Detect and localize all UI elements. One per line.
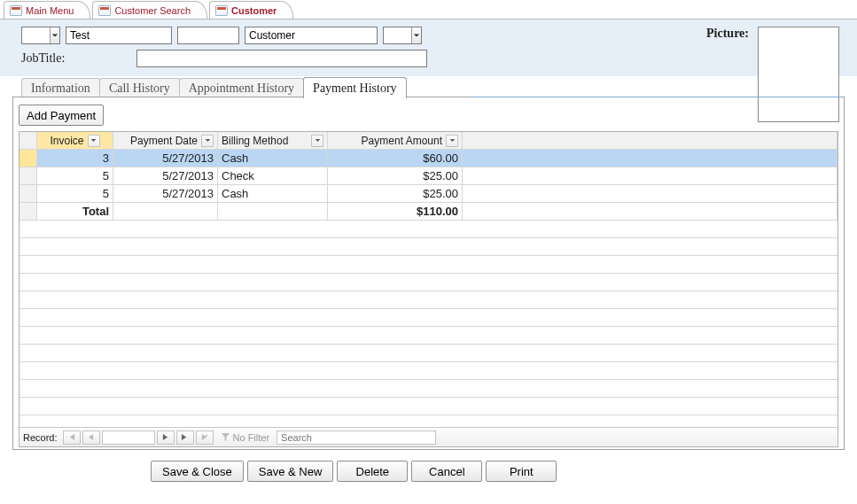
nav-new-button[interactable]	[196, 430, 214, 445]
total-amount-cell: $110.00	[328, 203, 463, 220]
file-tab-customer-search[interactable]: Customer Search	[92, 1, 207, 19]
first-name-input[interactable]	[66, 27, 172, 44]
cell-blank	[463, 150, 838, 167]
cell-payment-date[interactable]: 5/27/2013	[113, 167, 218, 184]
nav-last-button[interactable]	[176, 430, 194, 445]
jobtitle-label: JobTitle:	[21, 51, 131, 66]
cell-payment-date[interactable]: 5/27/2013	[113, 150, 218, 167]
suffix-input[interactable]	[384, 27, 411, 43]
tab-information[interactable]: Information	[21, 78, 100, 97]
table-row[interactable]: 55/27/2013Cash$25.00	[19, 185, 838, 203]
nav-prev-button[interactable]	[82, 430, 100, 445]
tab-appointment-history[interactable]: Appointment History	[179, 78, 304, 97]
file-tab-label: Customer Search	[114, 5, 191, 16]
column-label: Payment Amount	[362, 135, 442, 147]
payment-history-panel: Add Payment Invoice Payment Date Billing…	[12, 97, 845, 450]
file-tab-main-menu[interactable]: Main Menu	[4, 1, 90, 19]
chevron-down-icon[interactable]	[50, 27, 59, 43]
column-label: Payment Date	[130, 135, 198, 147]
chevron-down-icon[interactable]	[88, 135, 100, 147]
total-rest-cell	[463, 203, 838, 220]
picture-area: Picture:	[706, 27, 839, 122]
cell-billing-method[interactable]: Cash	[218, 185, 328, 202]
title-input[interactable]	[22, 27, 50, 43]
total-label-cell: Total	[37, 203, 113, 220]
middle-name-input[interactable]	[177, 27, 239, 44]
cell-payment-amount[interactable]: $25.00	[328, 185, 463, 202]
bottom-action-bar: Save & Close Save & New Delete Cancel Pr…	[0, 455, 857, 482]
tab-label: Information	[31, 81, 90, 96]
cell-billing-method[interactable]: Check	[218, 167, 328, 184]
tab-label: Appointment History	[189, 81, 294, 96]
picture-label: Picture:	[706, 27, 749, 41]
row-marker[interactable]	[19, 150, 37, 167]
column-header-billing-method[interactable]: Billing Method	[218, 132, 328, 149]
grid-body: 35/27/2013Cash$60.0055/27/2013Check$25.0…	[19, 150, 838, 203]
delete-button[interactable]: Delete	[337, 461, 408, 482]
picture-box[interactable]	[758, 27, 839, 122]
table-row[interactable]: 35/27/2013Cash$60.00	[19, 150, 838, 167]
file-tab-strip: Main Menu Customer Search Customer	[0, 0, 857, 19]
filter-status: No Filter	[221, 432, 270, 443]
column-label: Invoice	[50, 135, 83, 147]
record-label: Record:	[23, 432, 58, 443]
file-tab-label: Customer	[231, 5, 277, 16]
cell-invoice[interactable]: 3	[37, 150, 113, 167]
file-tab-label: Main Menu	[26, 5, 74, 16]
column-header-payment-amount[interactable]: Payment Amount	[328, 132, 463, 149]
form-icon	[215, 5, 228, 16]
title-combo[interactable]	[21, 27, 60, 44]
grid-header: Invoice Payment Date Billing Method Paym…	[19, 132, 838, 150]
column-header-invoice[interactable]: Invoice	[37, 132, 113, 149]
total-method-cell	[218, 203, 328, 220]
record-navigator: Record: No Filter	[19, 427, 838, 446]
row-marker[interactable]	[19, 167, 37, 184]
cell-blank	[463, 167, 838, 184]
grid-empty-area	[19, 221, 838, 427]
column-label: Billing Method	[222, 135, 288, 147]
column-header-payment-date[interactable]: Payment Date	[113, 132, 218, 149]
record-number-input[interactable]	[102, 430, 155, 445]
column-header-blank	[463, 132, 838, 149]
total-date-cell	[113, 203, 218, 220]
cancel-button[interactable]: Cancel	[411, 461, 482, 482]
search-input[interactable]	[277, 430, 436, 445]
select-all-corner[interactable]	[19, 132, 37, 149]
filter-label: No Filter	[233, 432, 270, 443]
table-row[interactable]: 55/27/2013Check$25.00	[19, 167, 838, 185]
last-name-input[interactable]	[245, 27, 378, 44]
print-button[interactable]: Print	[486, 461, 557, 482]
save-close-button[interactable]: Save & Close	[151, 461, 244, 482]
save-new-button[interactable]: Save & New	[247, 461, 334, 482]
add-payment-button[interactable]: Add Payment	[19, 105, 104, 126]
tab-payment-history[interactable]: Payment History	[303, 77, 407, 98]
funnel-icon	[221, 432, 230, 442]
row-marker[interactable]	[19, 185, 37, 202]
grid-total-row: Total $110.00	[19, 203, 838, 221]
cell-payment-amount[interactable]: $60.00	[328, 150, 463, 167]
chevron-down-icon[interactable]	[311, 135, 323, 147]
cell-invoice[interactable]: 5	[37, 167, 113, 184]
form-icon	[98, 5, 111, 16]
nav-first-button[interactable]	[63, 430, 81, 445]
form-icon	[10, 5, 22, 16]
cell-invoice[interactable]: 5	[37, 185, 113, 202]
cell-payment-date[interactable]: 5/27/2013	[113, 185, 218, 202]
suffix-combo[interactable]	[383, 27, 422, 44]
nav-next-button[interactable]	[157, 430, 175, 445]
chevron-down-icon[interactable]	[201, 135, 214, 147]
sub-tabs: Information Call History Appointment His…	[12, 76, 845, 97]
customer-header: JobTitle: Picture:	[0, 19, 857, 76]
tab-label: Payment History	[313, 81, 397, 96]
cell-payment-amount[interactable]: $25.00	[328, 167, 463, 184]
chevron-down-icon[interactable]	[446, 135, 458, 147]
payments-grid: Invoice Payment Date Billing Method Paym…	[19, 131, 838, 447]
file-tab-customer[interactable]: Customer	[209, 1, 293, 19]
cell-blank	[463, 185, 838, 202]
tab-label: Call History	[109, 81, 170, 96]
jobtitle-input[interactable]	[136, 50, 427, 67]
chevron-down-icon[interactable]	[411, 27, 421, 43]
row-marker	[19, 203, 37, 220]
tab-call-history[interactable]: Call History	[99, 78, 180, 97]
cell-billing-method[interactable]: Cash	[218, 150, 328, 167]
